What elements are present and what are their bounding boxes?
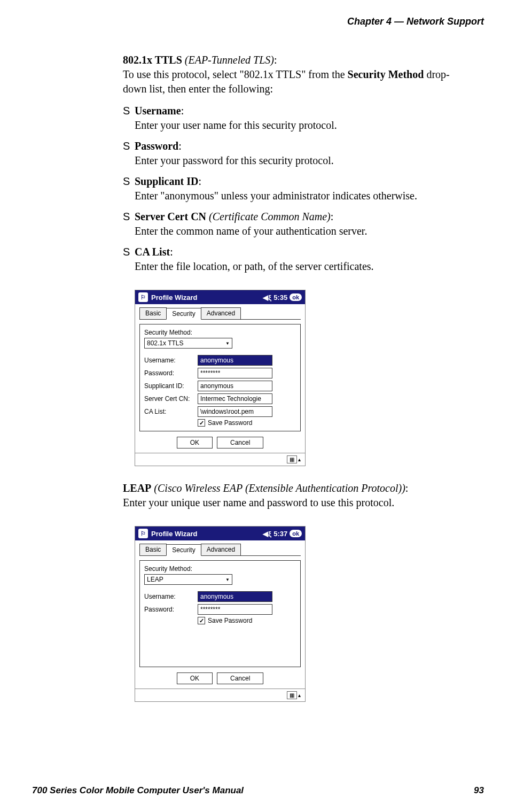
tab-advanced[interactable]: Advanced <box>201 544 241 555</box>
page-footer: 700 Series Color Mobile Computer User's … <box>32 785 484 796</box>
ok-form-button[interactable]: OK <box>177 437 213 448</box>
bullet-colon: : <box>170 246 173 258</box>
bullet-username: Username: Enter your user name for this … <box>123 104 473 133</box>
leap-title-italic: (Cisco Wireless EAP (Extensible Authenti… <box>151 482 405 494</box>
save-password-row: ✓ Save Password <box>198 617 296 624</box>
password-input[interactable]: ******** <box>198 368 272 378</box>
bullet-colon: : <box>178 140 182 152</box>
bullet-label: Server Cert CN <box>135 211 206 222</box>
leap-title-bold: LEAP <box>123 482 151 494</box>
tab-bar: Basic Security Advanced <box>139 544 301 556</box>
cancel-button[interactable]: Cancel <box>217 437 263 448</box>
speaker-icon: ◀ξ <box>263 530 271 538</box>
window-body: Basic Security Advanced Security Method:… <box>135 304 305 453</box>
window-titlebar: ⚐ Profile Wizard ◀ξ 5:35 ok <box>135 290 305 304</box>
header-separator: — <box>394 16 404 27</box>
field-row-supplicant: Supplicant ID: anonymous <box>144 381 296 391</box>
bullet-supplicant: Supplicant ID: Enter "anonymous" unless … <box>123 174 473 203</box>
bullet-servercert: Server Cert CN (Certificate Common Name)… <box>123 210 473 238</box>
save-password-checkbox[interactable]: ✓ <box>198 419 205 427</box>
supplicant-input[interactable]: anonymous <box>198 381 272 391</box>
calist-input[interactable]: \windows\root.pem <box>198 406 272 417</box>
tab-basic[interactable]: Basic <box>139 307 167 319</box>
leap-section: LEAP (Cisco Wireless EAP (Extensible Aut… <box>123 482 473 510</box>
fields-container: Username: anonymous Password: ******** ✓… <box>144 591 296 624</box>
leap-screenshot: ⚐ Profile Wizard ◀ξ 5:37 ok Basic Securi… <box>135 526 306 702</box>
chapter-number: Chapter 4 <box>347 16 392 27</box>
bullet-text: Enter the file location, or path, of the… <box>135 260 374 272</box>
form-group: Security Method: 802.1x TTLS ▼ Username:… <box>139 324 301 431</box>
field-row-password: Password: ******** <box>144 604 296 615</box>
main-content: 802.1x TTLS (EAP-Tunneled TLS): To use t… <box>123 54 473 702</box>
up-arrow-icon[interactable]: ▴ <box>298 692 301 698</box>
tab-advanced[interactable]: Advanced <box>201 307 241 319</box>
chevron-down-icon: ▼ <box>225 341 230 346</box>
save-password-checkbox[interactable]: ✓ <box>198 617 205 624</box>
window-body: Basic Security Advanced Security Method:… <box>135 540 305 689</box>
bullet-calist: CA List: Enter the file location, or pat… <box>123 245 473 274</box>
cancel-button[interactable]: Cancel <box>217 672 263 684</box>
field-label: Password: <box>144 606 198 613</box>
ok-button[interactable]: ok <box>290 530 302 537</box>
password-input[interactable]: ******** <box>198 604 272 615</box>
ttls-bullet-list: Username: Enter your user name for this … <box>123 104 473 274</box>
select-value: 802.1x TTLS <box>147 339 183 347</box>
field-row-username: Username: anonymous <box>144 591 296 602</box>
security-method-label: Security Method: <box>144 329 296 336</box>
status-area: ◀ξ 5:35 <box>263 293 287 301</box>
status-area: ◀ξ 5:37 <box>263 530 287 538</box>
bullet-label: Supplicant ID <box>135 175 199 187</box>
bullet-colon: : <box>331 211 334 222</box>
bullet-text: Enter your password for this security pr… <box>135 154 334 166</box>
speaker-icon: ◀ξ <box>263 293 271 301</box>
app-icon: ⚐ <box>138 529 148 538</box>
field-label: CA List: <box>144 408 198 415</box>
keyboard-icon[interactable]: ▦ <box>287 455 297 463</box>
bullet-text: Enter your user name for this security p… <box>135 119 337 131</box>
select-value: LEAP <box>147 576 163 583</box>
username-input[interactable]: anonymous <box>198 355 272 366</box>
bullet-text: Enter the common name of your authentica… <box>135 225 367 237</box>
tab-bar: Basic Security Advanced <box>139 307 301 320</box>
tab-security[interactable]: Security <box>166 308 201 320</box>
field-label: Supplicant ID: <box>144 382 198 390</box>
username-input[interactable]: anonymous <box>198 591 272 602</box>
chevron-down-icon: ▼ <box>225 577 230 582</box>
save-password-row: ✓ Save Password <box>198 419 296 427</box>
bullet-text: Enter "anonymous" unless your administra… <box>135 190 417 202</box>
checkbox-label: Save Password <box>208 617 252 624</box>
fields-container: Username: anonymous Password: ******** S… <box>144 355 296 427</box>
leap-title-colon: : <box>405 482 409 494</box>
window-titlebar: ⚐ Profile Wizard ◀ξ 5:37 ok <box>135 527 305 540</box>
leap-description: Enter your unique user name and password… <box>123 496 473 510</box>
security-method-label: Security Method: <box>144 565 296 573</box>
form-group: Security Method: LEAP ▼ Username: anonym… <box>139 560 301 667</box>
ok-button[interactable]: ok <box>290 293 302 301</box>
security-method-select[interactable]: 802.1x TTLS ▼ <box>144 338 232 349</box>
bullet-colon: : <box>199 175 202 187</box>
tab-basic[interactable]: Basic <box>139 544 167 555</box>
servercert-input[interactable]: Intermec Technologie <box>198 393 272 404</box>
keyboard-icon[interactable]: ▦ <box>287 691 297 699</box>
field-label: Password: <box>144 369 198 377</box>
chapter-title: Network Support <box>406 16 484 27</box>
field-row-servercert: Server Cert CN: Intermec Technologie <box>144 393 296 404</box>
ok-form-button[interactable]: OK <box>177 672 213 684</box>
bullet-label-italic: (Certificate Common Name) <box>206 211 331 222</box>
tab-security[interactable]: Security <box>166 544 201 556</box>
leap-heading: LEAP (Cisco Wireless EAP (Extensible Aut… <box>123 482 473 494</box>
up-arrow-icon[interactable]: ▴ <box>298 457 301 462</box>
button-row: OK Cancel <box>139 437 301 448</box>
ttls-title-bold: 802.1x TTLS <box>123 54 182 66</box>
page-header: Chapter 4 — Network Support <box>32 16 484 27</box>
ttls-description: To use this protocol, select "802.1x TTL… <box>123 67 473 96</box>
ttls-desc-part1: To use this protocol, select "802.1x TTL… <box>123 68 348 80</box>
footer-left: 700 Series Color Mobile Computer User's … <box>32 785 244 796</box>
security-method-select[interactable]: LEAP ▼ <box>144 574 232 585</box>
field-label: Username: <box>144 357 198 364</box>
field-label: Server Cert CN: <box>144 395 198 403</box>
clock-time: 5:35 <box>273 293 287 301</box>
app-icon: ⚐ <box>138 292 148 302</box>
bullet-label: Password <box>135 140 178 152</box>
clock-time: 5:37 <box>273 530 287 538</box>
